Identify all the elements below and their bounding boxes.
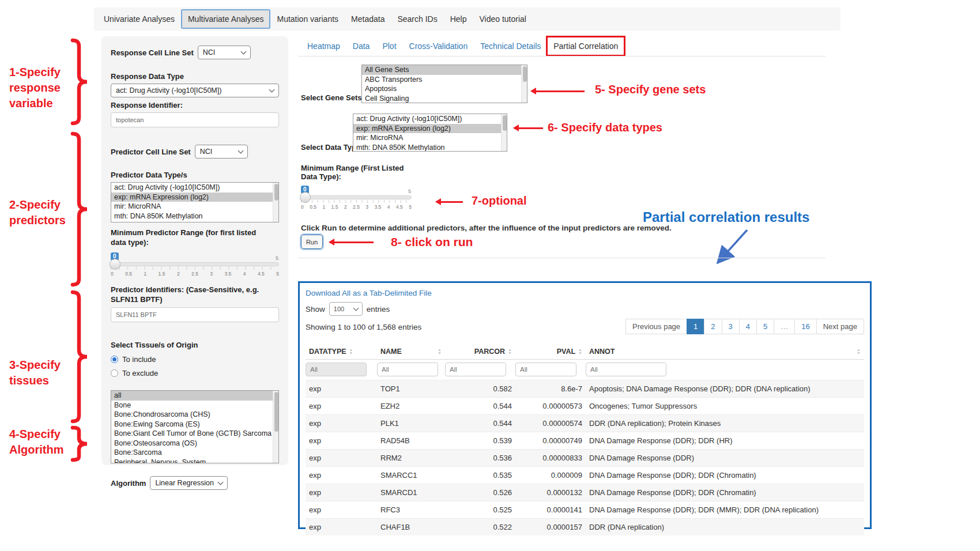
table-row[interactable]: expTOP10.5828.6e-7Apoptosis; DNA Damage …	[306, 380, 864, 397]
list-item[interactable]: Bone:Giant Cell Tumor of Bone (GCTB) Sar…	[111, 429, 273, 439]
table-row[interactable]: expSMARCC10.5350.000009DNA Damage Respon…	[306, 466, 864, 484]
list-item[interactable]: act: Drug Activity (-log10[IC50M])	[111, 183, 273, 193]
tab-plot[interactable]: Plot	[382, 41, 396, 51]
list-item[interactable]: exp: mRNA Expression (log2)	[111, 193, 273, 202]
download-link[interactable]: Download All as a Tab-Delimited File	[306, 289, 432, 297]
table-row[interactable]: expSMARCD10.5260.0000132DNA Damage Respo…	[306, 484, 864, 501]
response-data-type-select[interactable]: act: Drug Activity (-log10[IC50M])	[111, 84, 279, 97]
sort-icon[interactable]: ▲▼	[508, 348, 512, 355]
sort-icon[interactable]: ▲▼	[349, 348, 353, 355]
radio-exclude-icon[interactable]	[111, 369, 118, 377]
slider-handle[interactable]	[110, 259, 120, 270]
sort-icon[interactable]: ▲▼	[857, 348, 861, 355]
pagination-page-2[interactable]: 2	[704, 319, 722, 334]
list-item[interactable]: Bone:Chondrosarcoma (CHS)	[111, 410, 273, 420]
filter-parcor-input[interactable]	[445, 363, 506, 376]
header-annot[interactable]: ANNOT▲▼	[586, 344, 864, 359]
scrollbar[interactable]	[521, 65, 527, 103]
list-item[interactable]: Bone:Sarcoma	[111, 448, 273, 458]
list-item[interactable]: Bone:Osteosarcoma (OS)	[111, 439, 273, 448]
gene-sets-listbox[interactable]: All Gene Sets ABC Transporters Apoptosis…	[361, 65, 527, 103]
min-range-slider[interactable]: 0 5 00.511.522.533.544.55	[301, 183, 412, 210]
nav-help[interactable]: Help	[444, 9, 473, 29]
response-identifier-input[interactable]	[111, 112, 279, 127]
header-name[interactable]: NAME▲▼	[377, 344, 445, 359]
pagination-page-1[interactable]: 1	[687, 319, 704, 334]
scrollbar[interactable]	[273, 391, 278, 463]
list-item[interactable]: Cell Signaling	[362, 94, 521, 104]
pagination-previous[interactable]: Previous page	[625, 319, 687, 334]
tissue-include-option[interactable]: To include	[111, 355, 279, 364]
scrollbar-thumb[interactable]	[523, 66, 527, 82]
table-row[interactable]: expPLK10.5440.00000574DDR (DNA replicati…	[306, 414, 864, 432]
pagination-next[interactable]: Next page	[816, 319, 864, 334]
nav-search-ids[interactable]: Search IDs	[391, 9, 443, 29]
list-item[interactable]: act: Drug Activity (-log10[IC50M])	[353, 114, 501, 124]
pagination-ellipsis: …	[774, 319, 795, 334]
scrollbar-thumb[interactable]	[274, 392, 278, 432]
predictor-identifiers-input[interactable]	[111, 307, 279, 322]
slider-track[interactable]: 5	[301, 195, 412, 199]
filter-pval-input[interactable]	[515, 363, 576, 376]
slider-handle[interactable]	[300, 192, 311, 203]
scrollbar-thumb[interactable]	[274, 184, 278, 201]
scrollbar[interactable]	[273, 183, 278, 222]
filter-name-input[interactable]	[377, 363, 438, 376]
header-datatype[interactable]: DATATYPE▲▼	[306, 344, 377, 359]
chevron-down-icon	[353, 305, 359, 311]
scrollbar[interactable]	[501, 114, 507, 151]
table-row[interactable]: expCHAF1B0.5220.0000157DDR (DNA replicat…	[306, 518, 864, 535]
list-item[interactable]: Bone	[111, 401, 273, 410]
response-cell-line-set-select[interactable]: NCI	[198, 46, 251, 59]
pagination-page-4[interactable]: 4	[739, 319, 757, 334]
tab-partial-correlation[interactable]: Partial Correlation	[546, 36, 625, 56]
data-types-listbox[interactable]: act: Drug Activity (-log10[IC50M]) exp: …	[353, 114, 507, 152]
list-item[interactable]: Bone:Ewing Sarcoma (ES)	[111, 420, 273, 429]
run-button[interactable]: Run	[301, 235, 323, 249]
tab-technical-details[interactable]: Technical Details	[480, 41, 541, 51]
filter-datatype-input[interactable]	[306, 363, 367, 376]
list-item[interactable]: ABC Transporters	[362, 75, 521, 85]
tissue-listbox[interactable]: all Bone Bone:Chondrosarcoma (CHS) Bone:…	[111, 390, 279, 463]
nav-video-tutorial[interactable]: Video tutorial	[473, 9, 533, 29]
list-item[interactable]: mth: DNA 850K Methylation	[353, 143, 501, 152]
slider-track[interactable]: 5	[111, 262, 279, 266]
nav-metadata[interactable]: Metadata	[345, 9, 391, 29]
tab-data[interactable]: Data	[353, 41, 370, 51]
filter-annot-input[interactable]	[586, 363, 666, 376]
list-item[interactable]: exp: mRNA Expression (log2)	[353, 124, 501, 134]
predictor-cell-line-set-select[interactable]: NCI	[195, 145, 248, 158]
pagination-page-16[interactable]: 16	[794, 319, 816, 334]
list-item[interactable]: mir: MicroRNA	[353, 133, 501, 143]
pagination-page-5[interactable]: 5	[756, 319, 774, 334]
list-item[interactable]: Apoptosis	[362, 84, 521, 94]
table-header-row: DATATYPE▲▼ NAME▲▼ PARCOR▲▼ PVAL▲▼ ANNOT▲…	[306, 344, 864, 360]
pagination-page-3[interactable]: 3	[722, 319, 740, 334]
predictor-data-types-listbox[interactable]: act: Drug Activity (-log10[IC50M]) exp: …	[111, 182, 279, 222]
nav-univariate-analyses[interactable]: Univariate Analyses	[97, 9, 181, 29]
nav-mutation-variants[interactable]: Mutation variants	[270, 9, 345, 29]
scrollbar-thumb[interactable]	[503, 115, 507, 131]
list-item[interactable]: all	[111, 391, 273, 401]
header-pval[interactable]: PVAL▲▼	[515, 344, 586, 359]
tissue-exclude-option[interactable]: To exclude	[111, 369, 279, 378]
predictor-identifiers-label: Predictor Identifiers: (Case-Sensitive, …	[111, 285, 278, 304]
tab-heatmap[interactable]: Heatmap	[307, 41, 340, 51]
list-item[interactable]: mth: DNA 850K Methylation	[111, 212, 273, 221]
radio-include-icon[interactable]	[111, 356, 118, 363]
header-parcor[interactable]: PARCOR▲▼	[445, 344, 515, 359]
table-row[interactable]: expRFC30.5250.0000141DNA Damage Response…	[306, 501, 864, 518]
nav-multivariate-analyses[interactable]: Multivariate Analyses	[181, 9, 271, 29]
show-entries-select[interactable]: 100	[329, 302, 363, 316]
table-row[interactable]: expEZH20.5440.00000573Oncogenes; Tumor S…	[306, 397, 864, 414]
table-row[interactable]: expRRM20.5360.00000833DNA Damage Respons…	[306, 449, 864, 466]
list-item[interactable]: Peripheral_Nervous_System	[111, 458, 273, 464]
tab-cross-validation[interactable]: Cross-Validation	[409, 41, 468, 51]
algorithm-select[interactable]: Linear Regression	[150, 476, 228, 490]
table-row[interactable]: expRAD54B0.5390.00000749DNA Damage Respo…	[306, 432, 864, 449]
list-item[interactable]: mir: MicroRNA	[111, 202, 273, 212]
list-item[interactable]: All Gene Sets	[362, 65, 521, 75]
sort-icon[interactable]: ▲▼	[438, 348, 442, 355]
sort-icon[interactable]: ▲▼	[578, 348, 582, 355]
min-predictor-range-slider[interactable]: 0 5 00.511.522.533.544.55	[111, 250, 279, 277]
